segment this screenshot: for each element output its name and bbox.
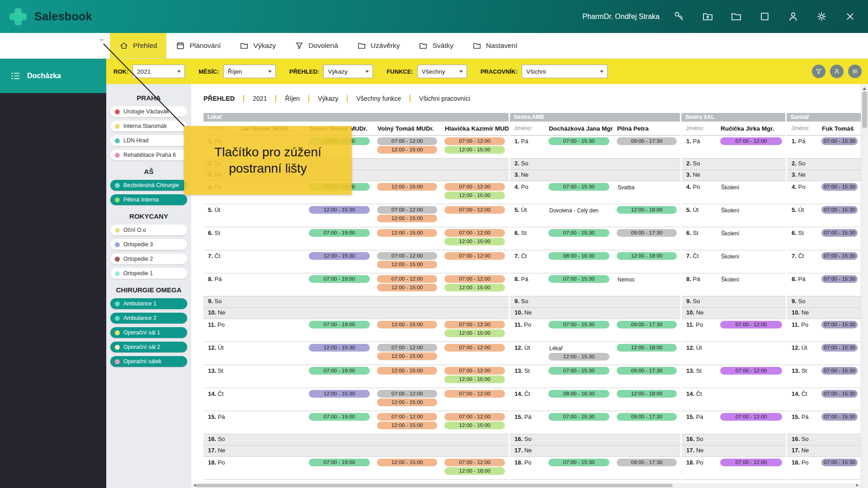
employee-header-jan-novak-mudr[interactable]: Jan Novák MUDr.: [236, 122, 305, 136]
shift-cell[interactable]: [717, 342, 786, 365]
tab-nastaveni[interactable]: Nastavení: [463, 33, 527, 58]
shift-pill[interactable]: 12:00 - 15:30: [309, 206, 370, 214]
facility-item-urologie-vaclavak[interactable]: Urologie Václavák: [110, 106, 187, 117]
shift-cell[interactable]: [613, 308, 680, 319]
shift-pill[interactable]: 07:00 - 15:30: [548, 137, 609, 145]
shift-cell[interactable]: 09:00 - 17:30: [613, 319, 680, 342]
shift-cell[interactable]: [717, 296, 786, 308]
shift-cell[interactable]: [373, 159, 441, 170]
shift-pill[interactable]: 07:00 - 15:30: [821, 137, 858, 145]
shift-cell[interactable]: 09:00 - 17:30: [613, 411, 680, 434]
shift-cell[interactable]: 07:00 - 19:00: [305, 411, 373, 434]
close-icon[interactable]: [844, 10, 856, 23]
shift-pill[interactable]: 08:00 - 16:30: [548, 252, 609, 260]
sidebar-item-dochazka[interactable]: Docházka: [0, 59, 106, 93]
shift-pill[interactable]: 09:00 - 17:30: [617, 413, 677, 421]
shift-pill[interactable]: 12:00 - 15:00: [377, 399, 437, 406]
shift-pill[interactable]: 07:00 - 12:00: [720, 413, 782, 421]
shift-cell[interactable]: 09:00 - 17:30: [613, 365, 680, 388]
shift-cell[interactable]: Školení: [717, 250, 786, 273]
shift-cell[interactable]: Svatba: [613, 181, 680, 204]
shift-cell[interactable]: [236, 365, 305, 388]
facility-item-operacni-sal-1[interactable]: Operační sál 1: [110, 327, 187, 338]
shift-pill[interactable]: 12:00 - 15:00: [444, 238, 505, 245]
shift-cell[interactable]: 07:00 - 19:00: [305, 457, 373, 480]
shift-pill[interactable]: 07:00 - 12:00: [377, 275, 437, 283]
shift-cell[interactable]: 09:00 - 17:30: [613, 457, 680, 480]
facility-item-ambulance-1[interactable]: Ambulance 1: [110, 298, 187, 309]
shift-cell[interactable]: [613, 434, 680, 446]
shift-cell[interactable]: 07:00 - 12:0012:00 - 15:00: [373, 411, 441, 434]
shift-cell[interactable]: 07:00 - 15:30: [818, 227, 861, 250]
facility-item-pekna-interna[interactable]: Pěkná Interna: [110, 194, 187, 205]
shift-pill[interactable]: 07:00 - 15:30: [548, 229, 609, 237]
shift-pill[interactable]: 07:00 - 12:00: [444, 206, 505, 214]
shift-pill[interactable]: 07:00 - 12:00: [444, 229, 505, 237]
shift-cell[interactable]: [613, 446, 680, 457]
shift-cell[interactable]: [373, 308, 441, 319]
shift-pill[interactable]: 12:00 - 15:30: [309, 390, 370, 398]
shift-cell[interactable]: 12:00 - 18:00: [613, 204, 680, 227]
shift-pill[interactable]: 12:00 - 15:00: [377, 422, 437, 429]
filter-select-rok[interactable]: 2021: [132, 65, 185, 78]
shift-cell[interactable]: [236, 342, 305, 365]
shift-cell[interactable]: 07:00 - 12:0012:00 - 15:00: [441, 365, 509, 388]
shift-cell[interactable]: 07:00 - 15:30: [818, 204, 861, 227]
filter-select-funkce[interactable]: Všechny: [417, 65, 467, 78]
shift-pill[interactable]: 12:00 - 15:00: [377, 183, 437, 191]
facility-item-operacni-sal-2[interactable]: Operační sál 2: [110, 342, 187, 352]
shift-cell[interactable]: 12:00 - 18:00: [613, 342, 680, 365]
shift-cell[interactable]: 12:00 - 18:00: [613, 388, 680, 411]
shift-pill[interactable]: 07:00 - 12:00: [444, 390, 505, 398]
shift-cell[interactable]: 07:00 - 12:00: [717, 365, 786, 388]
shift-cell[interactable]: 07:00 - 12:0012:00 - 15:00: [441, 411, 509, 434]
shift-cell[interactable]: [717, 434, 786, 446]
shift-cell[interactable]: [236, 204, 305, 227]
shift-cell[interactable]: 12:00 - 15:00: [373, 181, 441, 204]
shift-pill[interactable]: 07:00 - 12:00: [377, 413, 437, 421]
shift-pill[interactable]: 07:00 - 15:30: [821, 183, 858, 191]
shift-pill[interactable]: 12:00 - 15:00: [377, 367, 437, 375]
shift-cell[interactable]: [818, 308, 861, 319]
shift-cell[interactable]: 07:00 - 15:30: [545, 319, 613, 342]
shift-cell[interactable]: 09:00 - 17:30: [613, 227, 680, 250]
shift-pill[interactable]: 12:00 - 18:00: [617, 252, 677, 260]
shift-cell[interactable]: [373, 170, 441, 181]
shift-cell[interactable]: 07:00 - 12:00: [441, 388, 509, 411]
employee-header-jedno-tomas-mudr[interactable]: Jedno Tomáš MUDr.: [305, 122, 373, 136]
employee-header-rucicka-jirka-mgr[interactable]: Ručička Jirka Mgr.: [717, 122, 786, 136]
shift-pill[interactable]: 07:00 - 15:30: [821, 459, 858, 466]
shift-cell[interactable]: 07:00 - 12:0012:00 - 15:00: [373, 273, 441, 296]
shift-pill[interactable]: 07:00 - 12:00: [377, 206, 437, 214]
shift-cell[interactable]: [373, 434, 441, 446]
settings-icon[interactable]: [816, 10, 828, 23]
shift-cell[interactable]: [545, 170, 613, 181]
shift-cell[interactable]: [305, 159, 373, 170]
shift-pill[interactable]: 07:00 - 15:30: [821, 367, 858, 375]
shift-cell[interactable]: 07:00 - 15:30: [545, 365, 613, 388]
shift-cell[interactable]: [236, 136, 305, 159]
shift-pill[interactable]: 07:00 - 15:30: [548, 275, 609, 283]
shift-cell[interactable]: [236, 181, 305, 204]
shift-pill[interactable]: 07:00 - 19:00: [309, 137, 370, 145]
shift-pill[interactable]: 12:00 - 15:00: [377, 459, 437, 466]
shift-pill[interactable]: 07:00 - 12:00: [444, 137, 505, 145]
shift-cell[interactable]: 07:00 - 12:0012:00 - 15:00: [441, 227, 509, 250]
facility-item-ortopedie-2[interactable]: Ortopedie 2: [110, 253, 187, 264]
shift-cell[interactable]: Nemoc: [613, 273, 680, 296]
shift-pill[interactable]: 07:00 - 12:00: [444, 344, 505, 352]
shift-pill[interactable]: 12:00 - 15:00: [444, 329, 505, 337]
employee-header-dochazkova-jana-mgr[interactable]: Docházková Jana Mgr.: [545, 122, 613, 136]
shift-cell[interactable]: 12:00 - 15:30: [305, 250, 373, 273]
shift-pill[interactable]: 09:00 - 17:30: [617, 367, 677, 375]
tab-dovolena[interactable]: Dovolená: [285, 33, 348, 58]
shift-cell[interactable]: 12:00 - 15:00: [373, 457, 441, 480]
shift-cell[interactable]: 07:00 - 15:30: [545, 227, 613, 250]
shift-cell[interactable]: Dovolená - Celý den: [545, 204, 613, 227]
shift-pill[interactable]: 12:00 - 15:00: [377, 321, 437, 328]
shift-pill[interactable]: 12:00 - 15:00: [444, 146, 505, 154]
shift-cell[interactable]: 07:00 - 15:30: [818, 181, 861, 204]
shift-pill[interactable]: 07:00 - 12:00: [720, 137, 782, 145]
facility-item-interna-staromak[interactable]: Interna Staromák: [110, 121, 187, 131]
facility-item-ambulance-2[interactable]: Ambulance 2: [110, 313, 187, 324]
